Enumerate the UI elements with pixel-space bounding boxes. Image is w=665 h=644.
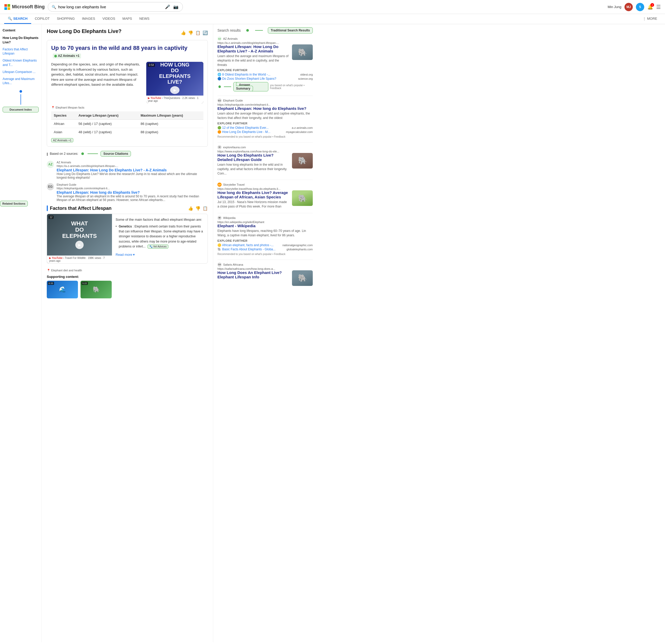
explore-oldest-text[interactable]: 🌐 8 Oldest Elephants in the World -... bbox=[217, 73, 270, 76]
search-results-label: Search results bbox=[217, 28, 241, 33]
az-source-tag[interactable]: AZ Animals +1 bbox=[51, 138, 73, 142]
related-sections-badge[interactable]: Related Sections bbox=[0, 201, 28, 207]
factors-play-button[interactable]: ▶ bbox=[75, 241, 84, 249]
based-on-label: Based on 2 sources: bbox=[50, 152, 78, 156]
factors-action-icons: 👍 👎 📋 bbox=[188, 206, 208, 211]
result-title-st[interactable]: How long do Elephants Live? Average Life… bbox=[217, 190, 289, 199]
result-row-st: How long do Elephants Live? Average Life… bbox=[217, 190, 313, 209]
source-title-eg[interactable]: Elephant Lifespan: How long do Elephants… bbox=[57, 190, 140, 195]
divider-4 bbox=[217, 213, 313, 213]
video-source: ▶ YouTube bbox=[148, 97, 161, 99]
explore-ng-text[interactable]: 🟡 African elephant, facts and photos -..… bbox=[217, 243, 273, 247]
mic-button[interactable]: 🎤 bbox=[165, 4, 171, 10]
sidebar-item-lifespan[interactable]: How Long Do Elephants Live? bbox=[3, 35, 39, 46]
source-citations-badge[interactable]: Source Citations bbox=[100, 151, 131, 157]
explore-ge-text[interactable]: 🐘 Basic Facts About Elephants - Globa... bbox=[217, 248, 276, 251]
tab-videos[interactable]: VIDEOS bbox=[99, 14, 119, 24]
source-desc-az: How Long Do Elephants Live? We've done t… bbox=[57, 172, 208, 179]
sidebar-item-comparison[interactable]: Lifespan Comparison ... bbox=[3, 69, 39, 75]
explore-further-eg: EXPLORE FURTHER bbox=[217, 122, 313, 125]
tab-maps[interactable]: MAPS bbox=[119, 14, 136, 24]
sidebar-item-factors[interactable]: Factors that Affect Lifespan bbox=[3, 46, 39, 57]
result-info-st: How long do Elephants Live? Average Life… bbox=[217, 190, 289, 209]
logo-text: Microsoft Bing bbox=[12, 4, 45, 9]
main-layout: Content How Long Do Elephants Live? Fact… bbox=[0, 24, 665, 642]
center-content: How Long Do Elephants Live? 👍 👎 📋 🔄 Up t… bbox=[41, 24, 213, 642]
explore-zoos-text[interactable]: 🔵 Do Zoos Shorten Elephant Life Spans? bbox=[217, 77, 276, 80]
result-image-st: 🐘 bbox=[292, 190, 313, 206]
factors-copy-icon[interactable]: 📋 bbox=[203, 206, 208, 211]
video-duration: 0:58 bbox=[148, 63, 155, 67]
answer-summary-badge[interactable]: Answer Summary bbox=[233, 82, 268, 92]
svg-rect-3 bbox=[7, 7, 10, 10]
svg-rect-2 bbox=[4, 7, 7, 10]
line-green bbox=[88, 154, 98, 154]
result-title-wiki[interactable]: Elephant - Wikipedia bbox=[217, 223, 313, 228]
sidebar-item-average[interactable]: Average and Maximum Lifes... bbox=[3, 76, 39, 87]
camera-button[interactable]: 📷 bbox=[173, 4, 179, 10]
svg-rect-1 bbox=[7, 4, 10, 7]
result-item-wiki: W Wikipedia https://en.wikipedia.org/wik… bbox=[217, 216, 313, 255]
doc-index-badge[interactable]: Document Index bbox=[3, 107, 39, 113]
result-row-ef: How Long Do Elephants Live? Detailed Lif… bbox=[217, 153, 313, 176]
search-results-header: Search results Traditional Search Result… bbox=[217, 27, 313, 34]
copy-icon[interactable]: 📋 bbox=[195, 31, 201, 35]
read-more-link[interactable]: Read more ▾ bbox=[116, 252, 135, 258]
table-row: Asian 48 (wild) / 17 (captive) 88 (capti… bbox=[51, 128, 203, 136]
result-favicon-sa: SA bbox=[217, 262, 222, 267]
traditional-search-badge[interactable]: Traditional Search Results bbox=[268, 27, 313, 34]
table-row: African 56 (wild) / 17 (captive) 86 (cap… bbox=[51, 120, 203, 128]
factors-thumbsdown-icon[interactable]: 👎 bbox=[195, 206, 201, 211]
search-bar[interactable]: 🔍 🎤 📷 bbox=[48, 2, 183, 12]
divider-3 bbox=[217, 180, 313, 180]
source-item-az: AZ AZ Animals https://a-z-animals.com/bl… bbox=[47, 161, 208, 179]
thumbs-up-icon[interactable]: 👍 bbox=[181, 31, 186, 35]
support-thumb-1[interactable]: 0:33 🌊 bbox=[47, 281, 78, 298]
result-item-st: ST Storyteller Travel https://storytelle… bbox=[217, 182, 313, 209]
explore-link-ge: 🐘 Basic Facts About Elephants - Globa...… bbox=[217, 248, 313, 251]
sidebar-item-oldest[interactable]: Oldest Known Elephants and T... bbox=[3, 57, 39, 68]
factors-intro: Some of the main factors that affect ele… bbox=[116, 217, 204, 222]
result-title-sa[interactable]: How Long Does An Elephant Live? Elephant… bbox=[217, 270, 289, 279]
result-title-eg[interactable]: Elephant Lifespan: How long do Elephants… bbox=[217, 106, 313, 111]
refresh-icon[interactable]: 🔄 bbox=[203, 31, 208, 35]
answer-body-row: Depending on the species, sex, and origi… bbox=[51, 62, 203, 103]
video-meta: ▶ YouTube › ThisQuestions · 2.2K views ·… bbox=[146, 96, 203, 103]
factors-thumbsup-icon[interactable]: 👍 bbox=[188, 206, 193, 211]
tab-images[interactable]: IMAGES bbox=[78, 14, 99, 24]
search-input[interactable] bbox=[58, 5, 163, 9]
source-icon-eg: EG bbox=[47, 183, 54, 190]
thumbs-down-icon[interactable]: 👎 bbox=[188, 31, 193, 35]
bullet-genetics: Genetics : Elephants inherit certain tra… bbox=[116, 224, 204, 249]
tab-more[interactable]: ⋮ MORE bbox=[639, 14, 661, 24]
explore-oldest12-text[interactable]: 🟢 12 of the Oldest Elephants Ever... bbox=[217, 126, 269, 130]
recommended-note-eg: Recommended to you based on what's popul… bbox=[217, 135, 313, 138]
tab-news[interactable]: NEWS bbox=[136, 14, 153, 24]
results-dot-green bbox=[246, 29, 249, 32]
result-title-ef[interactable]: How Long Do Elephants Live? Detailed Lif… bbox=[217, 153, 289, 162]
tab-shopping[interactable]: SHOPPING bbox=[53, 14, 78, 24]
result-sourcename-wiki: Wikipedia bbox=[223, 216, 235, 219]
tab-search[interactable]: 🔍 SEARCH bbox=[4, 14, 31, 24]
answer-summary-note: you based on what's popular • Feedback bbox=[270, 84, 313, 90]
result-sourcename-eg: Elephant Guide bbox=[223, 99, 243, 102]
source-icon-az: AZ bbox=[47, 161, 54, 168]
explore-howlong-text[interactable]: 🟠 How Long Do Elephants Live - M... bbox=[217, 130, 270, 134]
vet-badge[interactable]: 🐾 Vet Advices bbox=[148, 245, 168, 249]
result-title-az[interactable]: Elephant Lifespan: How Long Do Elephants… bbox=[217, 44, 289, 53]
result-favicon-eg: EG bbox=[217, 98, 222, 102]
source-title-az[interactable]: Elephant Lifespan: How Long Do Elephants… bbox=[57, 168, 167, 172]
support-thumb-2[interactable]: 5:22 🐘 bbox=[80, 281, 112, 298]
notifications-button[interactable]: 🔔 2 bbox=[647, 4, 653, 10]
menu-button[interactable]: ☰ bbox=[656, 4, 661, 10]
factors-video[interactable]: 12 WHATDOELEPHANTS ▶ ▶ YouTube › Travel … bbox=[47, 214, 112, 263]
factors-title: Factors that Affect Lifespan bbox=[47, 206, 111, 211]
explore-further-wiki: EXPLORE FURTHER bbox=[217, 239, 313, 242]
explore-further-az: EXPLORE FURTHER bbox=[217, 69, 313, 72]
tab-copilot[interactable]: COPILOT bbox=[31, 14, 53, 24]
explore-oldest-source: oldest.org bbox=[300, 73, 313, 76]
result-url-az: https://a-z-animals.com/blog/elephant-li… bbox=[217, 41, 313, 44]
video-thumb[interactable]: 0:58 HOW LONGDOELEPHANTSLIVE? ▶ ▶ YouTub… bbox=[146, 62, 203, 103]
source-tag[interactable]: AZ Animals +1 bbox=[53, 54, 81, 59]
play-button[interactable]: ▶ bbox=[170, 86, 179, 94]
